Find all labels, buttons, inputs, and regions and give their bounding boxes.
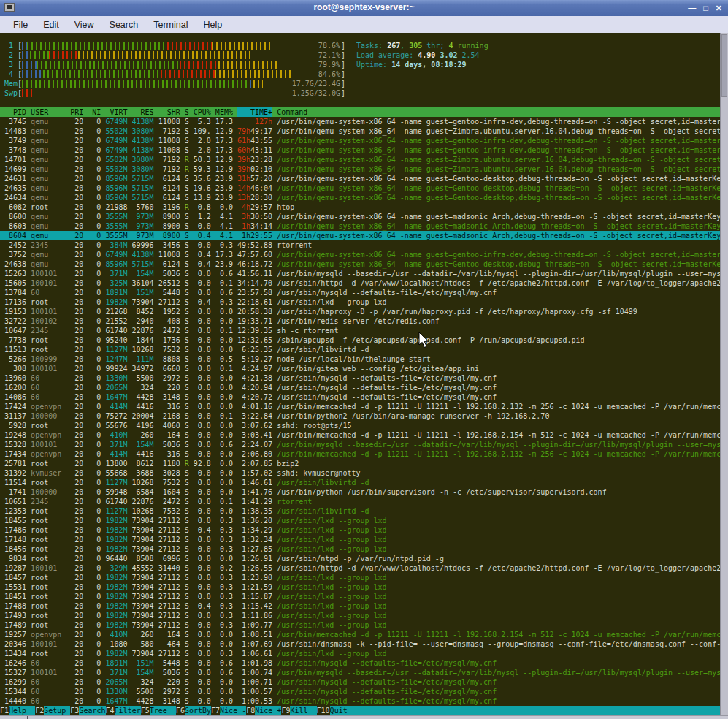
column-header-cpu[interactable]: CPU%	[194, 107, 211, 117]
menu-edit[interactable]: Edit	[39, 18, 64, 31]
fnlabel-quit[interactable]: Quit	[330, 706, 356, 715]
process-row-31392[interactable]: 31392kvmuser2005566836883028S0.00.01:57.…	[0, 468, 720, 478]
process-row-10647[interactable]: 10647234520061740228762472S0.00.112:39.3…	[0, 326, 720, 335]
process-row-1741[interactable]: 17411000002005994865841604S0.00.01:41.76…	[0, 487, 720, 497]
process-row-32722[interactable]: 32722100102200215522940408S0.00.019:33.7…	[0, 316, 720, 326]
menu-file[interactable]: File	[9, 18, 32, 31]
process-row-18455[interactable]: 18455root2001982M7390427112S0.00.31:36.2…	[0, 516, 720, 525]
fnkey-f5[interactable]: F5	[141, 706, 150, 715]
column-header-ni[interactable]: NI	[88, 107, 101, 117]
process-row-3752[interactable]: 3752qemu2006749M4138M11008S0.417.347:57.…	[0, 250, 720, 259]
process-row-8604[interactable]: 8604qemu2003555M973M8900S0.44.11h29:55/u…	[0, 231, 720, 240]
process-row-5266[interactable]: 52661009992001247M111M8808S0.00.55:19.27…	[0, 354, 720, 364]
column-header-pri[interactable]: PRI	[70, 107, 83, 117]
column-header-command[interactable]: Command	[277, 107, 720, 117]
process-row-13434[interactable]: 13434root2001982M7390427112S0.00.31:06.6…	[0, 649, 720, 658]
process-row-15328[interactable]: 15328100101200371M154M5036S0.00.62:24.07…	[0, 440, 720, 449]
column-header-pid[interactable]: PID	[4, 107, 26, 117]
process-row-8603[interactable]: 8603qemu2003555M973M8900S0.04.11h34:14/u…	[0, 221, 720, 231]
minimize-button[interactable]: —	[688, 0, 696, 16]
process-row-14086[interactable]: 14086602001647M44283148S0.00.04:20.72/us…	[0, 392, 720, 402]
process-row-15531[interactable]: 15531root2001982M7390427112S0.00.31:21.5…	[0, 582, 720, 592]
process-row-3748[interactable]: 3748qemu2006749M4138M11008S2.017.360h43:…	[0, 145, 720, 155]
process-row-2452[interactable]: 24522345200384M699963456S0.00.349:52.88r…	[0, 240, 720, 250]
process-row-17489[interactable]: 17489root2001982M7390427112S0.00.31:09.7…	[0, 620, 720, 630]
process-row-10651[interactable]: 10651234520061740228762472S0.00.11:41.29…	[0, 497, 720, 506]
process-row-15327[interactable]: 15327100101200371M154M5036S0.00.61:00.74…	[0, 668, 720, 677]
process-row-308[interactable]: 30810010120099924349726660S0.00.14:24.97…	[0, 364, 720, 373]
process-row-24634[interactable]: 24634qemu2008596M5715M6124S13.923.913h28…	[0, 193, 720, 202]
fnlabel-setup[interactable]: Setup	[44, 706, 70, 715]
fnkey-f6[interactable]: F6	[176, 706, 185, 715]
fnlabel-tree[interactable]: Tree	[150, 706, 176, 715]
vertical-scrollbar[interactable]	[720, 33, 728, 715]
process-row-19248[interactable]: 19248openvpn200410M260164S0.00.03:03.41/…	[0, 430, 720, 440]
fnkey-f8[interactable]: F8	[246, 706, 255, 715]
terminal-viewport[interactable]: 1[78.6%] 2[72.1%] 3[79.9%] 4[84.6%]Mem[1…	[0, 33, 720, 715]
process-row-14440[interactable]: 14440602001647M44283148S0.00.01:00.53/us…	[0, 696, 720, 706]
process-row-11513[interactable]: 11513root2001127M102687532S0.00.06:25.35…	[0, 345, 720, 354]
fnkey-f3[interactable]: F3	[70, 706, 79, 715]
column-header-mem[interactable]: MEM%	[215, 107, 233, 117]
column-header-virt[interactable]: VIRT	[105, 107, 127, 117]
column-header-s[interactable]: S	[185, 107, 189, 117]
fnkey-f2[interactable]: F2	[35, 706, 44, 715]
fnlabel-kill[interactable]: Kill	[290, 706, 316, 715]
process-row-25781[interactable]: 25781root2001380086121180R92.80.02:07.85…	[0, 459, 720, 468]
fnkey-f1[interactable]: F1	[0, 706, 9, 715]
fnkey-f4[interactable]: F4	[106, 706, 115, 715]
process-row-9834[interactable]: 9834root2009644085086996S0.00.01:26.91/u…	[0, 554, 720, 563]
process-row-24631[interactable]: 24631qemu2008596M5715M6124S35.623.931h57…	[0, 174, 720, 183]
process-row-14701[interactable]: 14701qemu2005502M3080M7192R50.312.939h23…	[0, 155, 720, 164]
close-button[interactable]: ✕	[716, 0, 722, 16]
process-row-15605[interactable]: 15605100101200325M3610426512S0.00.134:14…	[0, 278, 720, 288]
column-header-time[interactable]: TIME+	[237, 107, 272, 117]
process-row-5928[interactable]: 5928root2005567641964060S0.00.03:07.62ss…	[0, 421, 720, 430]
fnlabel-nice[interactable]: Nice +	[255, 706, 281, 715]
process-row-12353[interactable]: 12353root2001127M102687532S0.00.01:38.35…	[0, 506, 720, 516]
process-row-14699[interactable]: 14699qemu2005502M3080M7192R59.312.939h02…	[0, 164, 720, 174]
process-row-11514[interactable]: 11514root2001127M102687532S0.00.01:46.61…	[0, 478, 720, 487]
fnkey-f7[interactable]: F7	[211, 706, 220, 715]
fnlabel-help[interactable]: Help	[9, 706, 35, 715]
menu-view[interactable]: View	[70, 18, 99, 31]
process-row-17136[interactable]: 17136root2001982M7390427112S0.40.322:18.…	[0, 297, 720, 307]
process-row-17488[interactable]: 17488root2001982M7390427112S0.40.31:15.4…	[0, 601, 720, 611]
column-header-shr[interactable]: SHR	[158, 107, 180, 117]
process-row-31137[interactable]: 3113710000020075272200042168S0.00.13:22.…	[0, 411, 720, 421]
process-row-19153[interactable]: 191531001012002126884521952S0.00.020:58.…	[0, 307, 720, 316]
process-row-18451[interactable]: 18451root2001982M7390427112S0.00.31:15.8…	[0, 592, 720, 601]
process-row-19287[interactable]: 19287100101200329M4555231440S0.00.21:26.…	[0, 563, 720, 573]
process-row-13960[interactable]: 13960602001330M55002972S0.00.04:21.38/us…	[0, 373, 720, 383]
fnlabel-search[interactable]: Search	[79, 706, 105, 715]
maximize-button[interactable]: □	[703, 0, 708, 16]
process-row-16200[interactable]: 16200602002065M324220S0.00.04:20.94/usr/…	[0, 383, 720, 392]
fnkey-f9[interactable]: F9	[281, 706, 290, 715]
process-row-18457[interactable]: 18457root2001982M7390427112S0.00.31:23.9…	[0, 573, 720, 582]
column-header-user[interactable]: USER	[31, 107, 70, 117]
process-row-17493[interactable]: 17493root2001982M7390427112S0.00.31:11.8…	[0, 611, 720, 620]
column-header-res[interactable]: RES	[132, 107, 154, 117]
process-row-16246[interactable]: 16246602001891M151M5448S0.00.61:01.98/us…	[0, 658, 720, 668]
fnlabel-sortby[interactable]: SortBy	[185, 706, 211, 715]
process-row-17424[interactable]: 17424openvpn200414M4416316S0.00.04:01.16…	[0, 402, 720, 411]
process-row-24635[interactable]: 24635qemu2008596M5715M6124S19.623.914h46…	[0, 183, 720, 193]
process-row-8600[interactable]: 8600qemu2003555M973M8900S1.24.13h30:50/u…	[0, 212, 720, 221]
process-row-6082[interactable]: 6082root2002198857603196R0.80.04h29:57ht…	[0, 202, 720, 212]
process-row-7738[interactable]: 7738root2009524018441736S0.00.012:32.65/…	[0, 335, 720, 345]
process-row-16299[interactable]: 16299602002065M324220S0.00.01:00.71/usr/…	[0, 677, 720, 687]
menu-terminal[interactable]: Terminal	[149, 18, 192, 31]
process-row-17434[interactable]: 17434openvpn200414M4416316S0.00.02:06.80…	[0, 449, 720, 459]
process-row-15263[interactable]: 15263100101200371M154M5036S0.00.641:56.1…	[0, 269, 720, 278]
process-row-17486[interactable]: 17486root2001982M7390427112S0.40.31:34.2…	[0, 525, 720, 535]
fnkey-f10[interactable]: F10	[317, 706, 330, 715]
process-row-19257[interactable]: 19257openvpn200410M260164S0.00.01:08.51/…	[0, 630, 720, 639]
process-row-13784[interactable]: 13784602001891M151M5448S0.00.623:57.58/u…	[0, 288, 720, 297]
process-row-3745[interactable]: 3745qemu2006749M4138M11008S5.317.3127h/u…	[0, 117, 720, 126]
process-row-3749[interactable]: 3749qemu2006749M4138M11008S2.017.361h43:…	[0, 136, 720, 145]
scrollbar-thumb[interactable]	[721, 34, 727, 97]
process-row-18456[interactable]: 18456root2001982M7390427112S0.00.31:27.8…	[0, 544, 720, 554]
menu-search[interactable]: Search	[105, 18, 143, 31]
process-row-14483[interactable]: 14483qemu2005502M3080M7192S109.12.979h49…	[0, 126, 720, 136]
process-row-24638[interactable]: 24638qemu2008596M5715M6124S0.423.946:18.…	[0, 259, 720, 269]
